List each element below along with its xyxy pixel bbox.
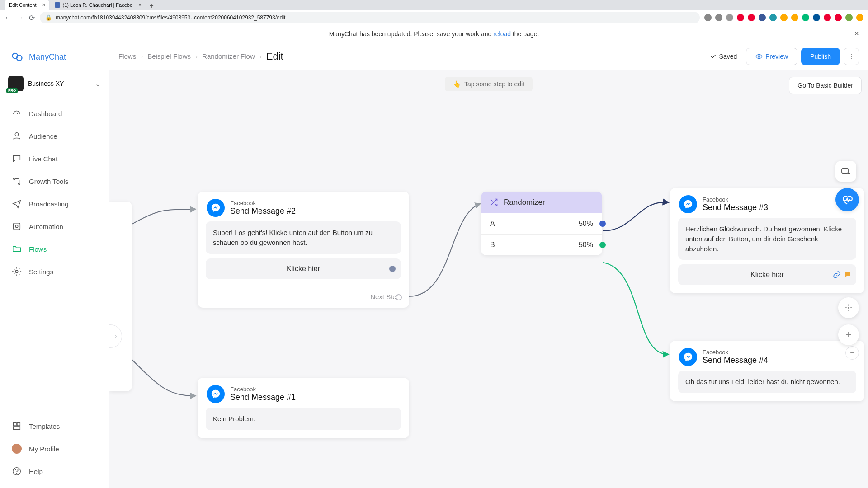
- messenger-icon: [679, 348, 697, 366]
- svg-point-4: [19, 183, 20, 185]
- star-icon[interactable]: [726, 14, 733, 21]
- nav-profile[interactable]: My Profile: [0, 437, 109, 460]
- node-send-message-2[interactable]: Facebook Send Message #2 Super! Los geht…: [198, 192, 409, 308]
- more-button[interactable]: ⋮: [844, 48, 859, 65]
- chevron-down-icon: ⌄: [95, 80, 101, 88]
- nav-flows[interactable]: Flows: [0, 238, 109, 260]
- node-send-message-1[interactable]: Facebook Send Message #1 Kein Problem.: [198, 378, 409, 438]
- check-icon: [710, 53, 717, 60]
- ext-icon[interactable]: [769, 14, 777, 21]
- edit-hint: 👆 Tap some step to edit: [445, 77, 533, 91]
- svg-point-15: [848, 307, 849, 309]
- reload-icon[interactable]: ⟳: [28, 14, 35, 21]
- go-to-basic-builder-button[interactable]: Go To Basic Builder: [789, 77, 862, 94]
- nav-audience[interactable]: Audience: [0, 125, 109, 147]
- crumb-flows[interactable]: Flows: [118, 52, 136, 60]
- offscreen-node[interactable]: [109, 202, 132, 391]
- publish-button[interactable]: Publish: [801, 48, 840, 65]
- gauge-icon: [12, 108, 22, 118]
- browser-tab[interactable]: (1) Leon R. Chaudhari | Facebo ×: [50, 0, 146, 10]
- tab-title: Edit Content: [9, 2, 37, 8]
- message-button[interactable]: Klicke hier: [206, 258, 401, 279]
- ext-icon[interactable]: [759, 14, 766, 21]
- ext-icon[interactable]: [715, 14, 722, 21]
- ext-icon[interactable]: [737, 14, 744, 21]
- close-icon[interactable]: ×: [138, 2, 142, 8]
- ext-icon[interactable]: [813, 14, 820, 21]
- nav-settings[interactable]: Settings: [0, 260, 109, 283]
- preview-button[interactable]: Preview: [746, 48, 797, 65]
- message-button[interactable]: Klicke hier: [678, 264, 856, 285]
- address-bar: ← → ⟳ 🔒 manychat.com/fb181039443240830​9…: [0, 10, 868, 25]
- workspace-switcher[interactable]: PRO Business XY ⌄: [0, 71, 109, 99]
- nav-broadcasting[interactable]: Broadcasting: [0, 192, 109, 215]
- ext-icon[interactable]: [824, 14, 831, 21]
- profile-avatar-icon[interactable]: [845, 14, 853, 21]
- collapse-button[interactable]: −: [845, 346, 859, 360]
- assist-button[interactable]: [835, 188, 859, 211]
- node-platform: Facebook: [230, 200, 296, 206]
- output-port[interactable]: [396, 294, 402, 300]
- node-header: Facebook Send Message #4: [670, 341, 864, 371]
- nav-growth[interactable]: Growth Tools: [0, 170, 109, 192]
- randomizer-branch-b[interactable]: B 50%: [481, 234, 602, 255]
- nav-templates[interactable]: Templates: [0, 415, 109, 437]
- nav-help[interactable]: Help: [0, 460, 109, 483]
- nav-livechat[interactable]: Live Chat: [0, 147, 109, 170]
- forward-icon[interactable]: →: [16, 14, 24, 21]
- tab-title: (1) Leon R. Chaudhari | Facebo: [63, 2, 133, 8]
- nav-label: Live Chat: [29, 155, 57, 163]
- nav-dashboard[interactable]: Dashboard: [0, 102, 109, 125]
- node-randomizer[interactable]: Randomizer A 50% B 50%: [481, 192, 602, 255]
- ext-icon[interactable]: [780, 14, 788, 21]
- crumb-flow[interactable]: Randomizer Flow: [202, 52, 255, 60]
- main-nav: Dashboard Audience Live Chat Growth Tool…: [0, 99, 109, 415]
- reload-link[interactable]: reload: [493, 30, 511, 38]
- close-icon[interactable]: ×: [854, 29, 859, 38]
- browser-tab-active[interactable]: Edit Content ×: [5, 0, 49, 10]
- svg-rect-10: [14, 427, 20, 429]
- output-port[interactable]: [389, 266, 396, 272]
- brand-logo[interactable]: ManyChat: [0, 42, 109, 71]
- output-port[interactable]: [599, 242, 606, 248]
- close-icon[interactable]: ×: [42, 2, 46, 8]
- manychat-logo-icon: [11, 51, 24, 63]
- ext-icon[interactable]: [802, 14, 809, 21]
- nav-automation[interactable]: Automation: [0, 215, 109, 238]
- new-tab-button[interactable]: +: [146, 2, 157, 10]
- output-port[interactable]: [599, 221, 606, 227]
- ext-icon[interactable]: [856, 14, 863, 21]
- nav-label: Growth Tools: [29, 178, 68, 185]
- add-card-button[interactable]: [835, 161, 856, 182]
- tap-icon: 👆: [453, 80, 461, 88]
- crumb-folder[interactable]: Beispiel Flows: [147, 52, 191, 60]
- node-send-message-4[interactable]: − Facebook Send Message #4 Oh das tut un…: [670, 341, 864, 401]
- node-title: Send Message #1: [230, 393, 296, 402]
- pro-badge: PRO: [6, 88, 18, 93]
- back-icon[interactable]: ←: [5, 14, 12, 21]
- next-step[interactable]: Next Step: [198, 287, 409, 308]
- workspace-avatar: PRO: [8, 76, 24, 91]
- ext-icon[interactable]: [704, 14, 712, 21]
- ext-icon[interactable]: [791, 14, 798, 21]
- nav-label: Templates: [29, 422, 60, 430]
- nav-label: My Profile: [29, 445, 59, 453]
- chat-bubble-icon: [844, 271, 852, 279]
- tab-bar: Edit Content × (1) Leon R. Chaudhari | F…: [0, 0, 868, 10]
- user-icon: [12, 131, 22, 141]
- hint-text: Tap some step to edit: [464, 80, 524, 88]
- ext-icon[interactable]: [835, 14, 842, 21]
- url-input[interactable]: 🔒 manychat.com/fb181039443240830​9/cms/f…: [40, 12, 700, 23]
- ext-icon[interactable]: [748, 14, 755, 21]
- messenger-icon: [679, 195, 697, 213]
- link-icon: [833, 271, 841, 279]
- branch-label: B: [490, 241, 495, 249]
- branch-percent: 50%: [579, 220, 593, 228]
- node-title: Send Message #3: [703, 203, 768, 212]
- svg-rect-9: [17, 423, 20, 426]
- randomizer-branch-a[interactable]: A 50%: [481, 213, 602, 234]
- flow-canvas[interactable]: 👆 Tap some step to edit Go To Basic Buil…: [109, 70, 868, 488]
- center-view-button[interactable]: [838, 297, 859, 318]
- zoom-in-button[interactable]: +: [838, 324, 859, 345]
- node-platform: Facebook: [703, 349, 768, 356]
